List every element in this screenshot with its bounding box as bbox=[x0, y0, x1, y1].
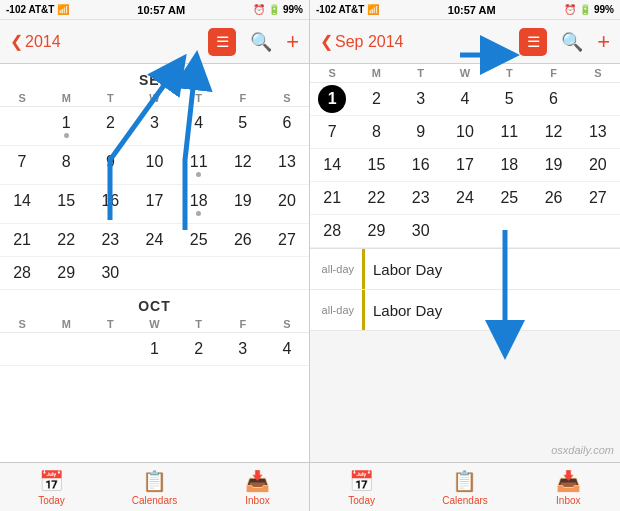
calendars-icon-right: 📋 bbox=[452, 469, 477, 493]
time-left: 10:57 AM bbox=[137, 4, 185, 16]
event-list-right: all-day Labor Day all-day Labor Day bbox=[310, 248, 620, 331]
time-right: 10:57 AM bbox=[448, 4, 496, 16]
right-phone: -102 AT&T 📶 10:57 AM ⏰ 🔋 99% ❮ Sep 2014 … bbox=[310, 0, 620, 511]
status-right-left: ⏰ 🔋 99% bbox=[253, 4, 303, 15]
nav-bar-right: ❮ Sep 2014 ☰ 🔍 + bbox=[310, 20, 620, 64]
cal-row: 14 15 16 17 18 19 20 bbox=[310, 149, 620, 182]
cal-row: 14 15 16 17 18 19 20 bbox=[0, 185, 309, 224]
cal-row: 21 22 23 24 25 26 27 bbox=[310, 182, 620, 215]
watermark: osxdaily.com bbox=[551, 444, 614, 456]
chevron-left-icon-right: ❮ bbox=[320, 32, 333, 51]
add-button-right[interactable]: + bbox=[597, 29, 610, 55]
today-icon-left: 📅 bbox=[39, 469, 64, 493]
month-label-sep-left: SEP bbox=[0, 64, 309, 90]
tab-inbox-label-right: Inbox bbox=[556, 495, 580, 506]
cal-row: 21 22 23 24 25 26 27 bbox=[0, 224, 309, 257]
tab-bar-right: 📅 Today 📋 Calendars 📥 Inbox bbox=[310, 462, 620, 511]
event-time-1: all-day bbox=[310, 263, 362, 275]
cal-row: 28 29 30 bbox=[0, 257, 309, 290]
tab-calendars-right[interactable]: 📋 Calendars bbox=[413, 469, 516, 506]
status-right-right: ⏰ 🔋 99% bbox=[564, 4, 614, 15]
tab-calendars-left[interactable]: 📋 Calendars bbox=[103, 469, 206, 506]
cal-header-right: SMTWTFS bbox=[310, 64, 620, 83]
event-item-2[interactable]: all-day Labor Day bbox=[310, 290, 620, 331]
search-button-left[interactable]: 🔍 bbox=[250, 31, 272, 53]
add-button-left[interactable]: + bbox=[286, 29, 299, 55]
nav-bar-left: ❮ 2014 ☰ 🔍 + bbox=[0, 20, 309, 64]
cal-row: 1 2 3 4 bbox=[0, 333, 309, 366]
cal-grid-sep-left: SMTWTFS 1 2 3 4 5 6 7 8 9 10 11 1 bbox=[0, 90, 309, 290]
cal-row: 1 2 3 4 5 6 bbox=[310, 83, 620, 116]
cal-row: 7 8 9 10 11 12 13 bbox=[0, 146, 309, 185]
cal-header-left: SMTWTFS bbox=[0, 90, 309, 107]
event-time-2: all-day bbox=[310, 304, 362, 316]
tab-today-right[interactable]: 📅 Today bbox=[310, 469, 413, 506]
empty-area-right bbox=[310, 331, 620, 462]
month-label-oct-left: OCT bbox=[0, 290, 309, 316]
tab-inbox-left[interactable]: 📥 Inbox bbox=[206, 469, 309, 506]
status-bar-right: -102 AT&T 📶 10:57 AM ⏰ 🔋 99% bbox=[310, 0, 620, 20]
alarm-icon-right: ⏰ bbox=[564, 4, 576, 15]
battery-right: 🔋 99% bbox=[579, 4, 614, 15]
tab-today-label-left: Today bbox=[38, 495, 65, 506]
tab-calendars-label-right: Calendars bbox=[442, 495, 488, 506]
carrier-right: -102 AT&T bbox=[316, 4, 364, 15]
back-label-left: 2014 bbox=[25, 33, 61, 51]
cal-row: 28 29 30 bbox=[310, 215, 620, 248]
tab-bar-left: 📅 Today 📋 Calendars 📥 Inbox bbox=[0, 462, 309, 511]
cal-grid-right: SMTWTFS 1 2 3 4 5 6 7 8 9 10 11 12 13 14… bbox=[310, 64, 620, 248]
tab-calendars-label-left: Calendars bbox=[132, 495, 178, 506]
nav-actions-right: ☰ 🔍 + bbox=[519, 28, 610, 56]
battery-left: 🔋 99% bbox=[268, 4, 303, 15]
status-left-right: -102 AT&T 📶 bbox=[316, 4, 379, 15]
tab-today-label-right: Today bbox=[348, 495, 375, 506]
nav-actions-left: ☰ 🔍 + bbox=[208, 28, 299, 56]
cal-grid-oct-left: SMTWTFS 1 2 3 4 bbox=[0, 316, 309, 366]
carrier-left: -102 AT&T bbox=[6, 4, 54, 15]
cal-row: 7 8 9 10 11 12 13 bbox=[310, 116, 620, 149]
calendars-icon-left: 📋 bbox=[142, 469, 167, 493]
wifi-icon-right: 📶 bbox=[367, 4, 379, 15]
calendar-left: SEP SMTWTFS 1 2 3 4 5 6 7 8 9 bbox=[0, 64, 309, 462]
tab-inbox-right[interactable]: 📥 Inbox bbox=[517, 469, 620, 506]
month-sep-left: SEP SMTWTFS 1 2 3 4 5 6 7 8 9 bbox=[0, 64, 309, 290]
status-left: -102 AT&T 📶 bbox=[6, 4, 69, 15]
cal-header-oct-left: SMTWTFS bbox=[0, 316, 309, 333]
status-bar-left: -102 AT&T 📶 10:57 AM ⏰ 🔋 99% bbox=[0, 0, 309, 20]
tab-today-left[interactable]: 📅 Today bbox=[0, 469, 103, 506]
left-phone: -102 AT&T 📶 10:57 AM ⏰ 🔋 99% ❮ 2014 ☰ 🔍 … bbox=[0, 0, 310, 511]
chevron-left-icon: ❮ bbox=[10, 32, 23, 51]
search-button-right[interactable]: 🔍 bbox=[561, 31, 583, 53]
month-oct-left: OCT SMTWTFS 1 2 3 4 bbox=[0, 290, 309, 366]
back-button-right[interactable]: ❮ Sep 2014 bbox=[320, 32, 404, 51]
cal-row: 1 2 3 4 5 6 bbox=[0, 107, 309, 146]
event-title-2: Labor Day bbox=[365, 292, 450, 329]
today-icon-right: 📅 bbox=[349, 469, 374, 493]
event-title-1: Labor Day bbox=[365, 251, 450, 288]
alarm-icon-left: ⏰ bbox=[253, 4, 265, 15]
inbox-icon-right: 📥 bbox=[556, 469, 581, 493]
tab-inbox-label-left: Inbox bbox=[245, 495, 269, 506]
list-view-button-left[interactable]: ☰ bbox=[208, 28, 236, 56]
event-item-1[interactable]: all-day Labor Day bbox=[310, 249, 620, 290]
back-label-right: Sep 2014 bbox=[335, 33, 404, 51]
inbox-icon-left: 📥 bbox=[245, 469, 270, 493]
list-view-button-right[interactable]: ☰ bbox=[519, 28, 547, 56]
back-button-left[interactable]: ❮ 2014 bbox=[10, 32, 61, 51]
wifi-icon-left: 📶 bbox=[57, 4, 69, 15]
